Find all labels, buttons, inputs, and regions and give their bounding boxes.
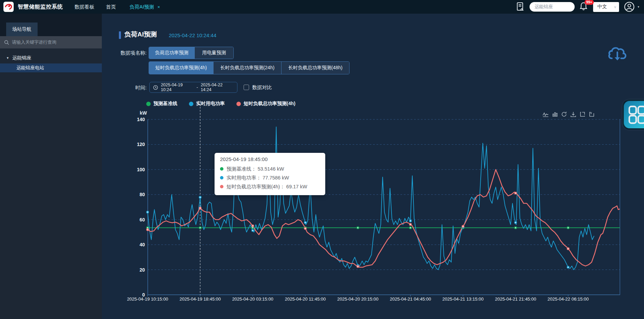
- y-axis-labels: 020406080100120140: [131, 119, 145, 295]
- sidebar-search-placeholder: 请输入关键字进行查询: [12, 39, 56, 45]
- time-label: 时间:: [132, 85, 147, 91]
- time-range-picker[interactable]: 2025-04-19 10:24 - 2025-04-22 14:24: [149, 82, 237, 93]
- station-search-value: 远能锦座: [534, 4, 553, 10]
- data-compare-label[interactable]: 数据对比: [252, 84, 272, 91]
- logo-swoosh-icon: [4, 3, 13, 11]
- zoom-reset-icon[interactable]: [589, 111, 595, 117]
- zoom-select-icon[interactable]: [579, 111, 586, 117]
- language-value: 中文: [597, 4, 607, 10]
- x-tick-label: 2025-04-21 21:45:00: [495, 296, 536, 302]
- tooltip-dot: [220, 167, 223, 171]
- user-menu-caret-icon[interactable]: ▾: [638, 5, 639, 9]
- tooltip-row-realtime: 实时用电功率： 77.7586 kW: [220, 173, 320, 182]
- tooltip-dot: [220, 176, 223, 179]
- legend-label: 短时负载总功率预测(4h): [244, 101, 296, 107]
- legend-dot-forecast: [236, 102, 241, 106]
- y-tick-label: 60: [131, 217, 145, 222]
- legend-item-realtime[interactable]: 实时用电功率: [189, 101, 225, 107]
- legend-item-baseline[interactable]: 预测基准线: [146, 101, 177, 107]
- refresh-icon[interactable]: [561, 111, 567, 117]
- tab-short-term-4h[interactable]: 短时负载总功率预测(4h): [149, 62, 213, 74]
- tooltip-label: 短时负载总功率预测(4h)：: [227, 184, 285, 189]
- tree-node-root[interactable]: ▼ 远能锦座: [0, 53, 102, 63]
- nav-item-home[interactable]: 首页: [106, 4, 116, 10]
- x-tick-label: 2025-04-22 06:15:00: [548, 296, 589, 302]
- topbar: 智慧储能监控系统 数据看板 首页 负荷AI预测 × 远能锦座 99+ 中文 ∨: [0, 0, 644, 14]
- tab-long-term-24h[interactable]: 长时负载总功率预测(24h): [213, 62, 281, 74]
- tooltip-value: 69.17 kW: [286, 184, 307, 189]
- button-energy-forecast[interactable]: 用电量预测: [194, 47, 233, 59]
- sidebar-search-input[interactable]: 请输入关键字进行查询: [0, 36, 102, 48]
- y-tick-label: 40: [131, 242, 145, 247]
- chart-toolbar: [543, 111, 595, 117]
- open-tab-load-ai[interactable]: 负荷AI预测 ×: [129, 4, 160, 10]
- time-range-separator: -: [196, 85, 198, 90]
- search-icon: [4, 40, 9, 45]
- page-title: 负荷AI预测: [124, 30, 157, 39]
- tooltip-dot: [220, 185, 223, 188]
- app-logo: [3, 2, 14, 12]
- button-load-power-forecast[interactable]: 负荷总功率预测: [149, 47, 194, 59]
- time-end-value[interactable]: 2025-04-22 14:24: [201, 83, 234, 92]
- tree-node-station-selected[interactable]: 远能锦座电站: [0, 63, 102, 72]
- y-tick-label: 140: [131, 117, 145, 122]
- legend-dot-realtime: [189, 102, 193, 106]
- y-tick-label: 20: [131, 267, 145, 273]
- tab-long-term-48h[interactable]: 长时负载总功率预测(48h): [281, 62, 349, 74]
- legend-dot-baseline: [146, 102, 151, 106]
- tooltip-value: 53.5146 kW: [258, 166, 284, 172]
- sidebar-tab-station-nav[interactable]: 场站导航: [6, 23, 38, 36]
- sidebar: 场站导航 请输入关键字进行查询 ▼ 远能锦座 远能锦座电站: [0, 14, 102, 319]
- tab-label[interactable]: 负荷AI预测: [129, 4, 154, 10]
- tooltip-value: 77.7586 kW: [263, 175, 289, 180]
- cloud-download-icon: [607, 45, 628, 63]
- topbar-right-group: 远能锦座 99+ 中文 ∨ ▾: [516, 1, 639, 12]
- y-axis-unit: kW: [136, 110, 147, 116]
- data-item-group: 负荷总功率预测 用电量预测: [149, 47, 234, 59]
- tooltip-timestamp: 2025-04-19 18:45:00: [220, 156, 320, 162]
- chevron-down-icon: ∨: [614, 5, 616, 9]
- caret-down-icon[interactable]: ▼: [6, 56, 9, 60]
- series-实时用电功率: [148, 127, 594, 270]
- download-icon[interactable]: [570, 111, 576, 117]
- chart-legend: 预测基准线 实时用电功率 短时负载总功率预测(4h): [146, 101, 296, 107]
- tab-close-icon[interactable]: ×: [157, 4, 160, 10]
- x-tick-label: 2025-04-20 03:15:00: [232, 296, 273, 302]
- y-tick-label: 100: [131, 167, 145, 172]
- y-tick-label: 80: [131, 192, 145, 197]
- data-item-label: 数据项名称:: [111, 50, 147, 56]
- legend-label: 实时用电功率: [196, 101, 225, 107]
- report-search-icon[interactable]: [516, 2, 525, 12]
- line-chart-icon[interactable]: [543, 111, 549, 117]
- tree-root-label: 远能锦座: [12, 55, 31, 61]
- tooltip-row-baseline: 预测基准线： 53.5146 kW: [220, 164, 320, 173]
- tooltip-label: 预测基准线：: [227, 166, 256, 172]
- station-tree: ▼ 远能锦座 远能锦座电站: [0, 48, 102, 72]
- notification-count-badge: 99+: [585, 0, 594, 5]
- title-accent-bar: [119, 31, 121, 39]
- data-compare-checkbox[interactable]: [244, 85, 249, 90]
- time-start-value[interactable]: 2025-04-19 10:24: [161, 83, 194, 92]
- chart-plot-area[interactable]: [148, 119, 620, 295]
- language-select[interactable]: 中文 ∨: [593, 2, 619, 12]
- chart-canvas: [148, 119, 620, 295]
- x-tick-label: 2025-04-19 18:45:00: [180, 296, 221, 302]
- bar-chart-icon[interactable]: [552, 111, 558, 117]
- quick-panel-button[interactable]: [622, 100, 644, 130]
- x-tick-label: 2025-04-20 11:45:00: [285, 296, 326, 302]
- clock-icon: [153, 85, 158, 90]
- grid-squares-icon: [628, 105, 644, 124]
- user-avatar-icon[interactable]: [624, 1, 635, 12]
- x-tick-label: 2025-04-21 13:15:00: [442, 296, 484, 302]
- y-tick-label: 120: [131, 142, 145, 147]
- legend-item-forecast-4h[interactable]: 短时负载总功率预测(4h): [236, 101, 296, 107]
- station-search-input[interactable]: 远能锦座: [530, 2, 575, 12]
- page-timestamp: 2025-04-22 10:24:44: [169, 32, 216, 38]
- x-tick-label: 2025-04-20 20:15:00: [337, 296, 379, 302]
- tooltip-row-forecast: 短时负载总功率预测(4h)： 69.17 kW: [220, 182, 320, 191]
- nav-item-dashboard[interactable]: 数据看板: [74, 4, 94, 10]
- legend-label: 预测基准线: [153, 101, 177, 107]
- notification-bell[interactable]: 99+: [579, 2, 588, 12]
- export-cloud-download-button[interactable]: [607, 45, 628, 64]
- forecast-horizon-group: 短时负载总功率预测(4h) 长时负载总功率预测(24h) 长时负载总功率预测(4…: [149, 61, 350, 74]
